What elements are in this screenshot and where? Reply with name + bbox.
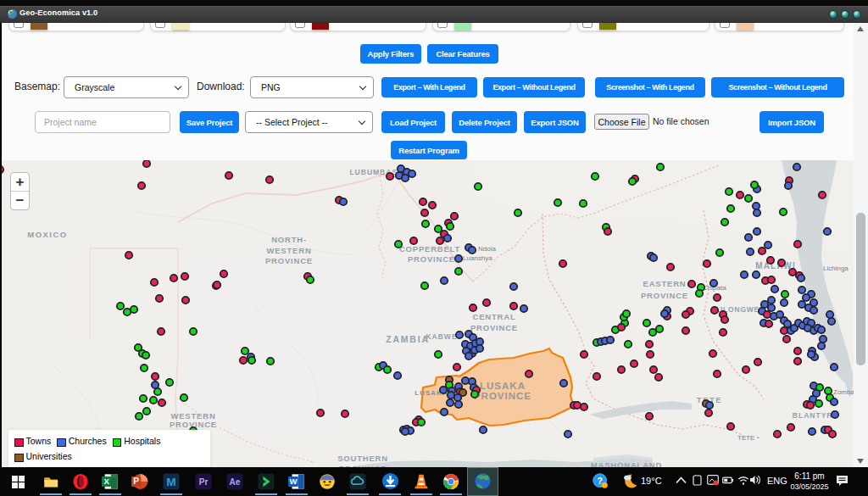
svg-text:PROVINCE: PROVINCE (474, 391, 531, 401)
svg-text:P: P (133, 476, 139, 486)
svg-text:COPPERBELT: COPPERBELT (399, 244, 460, 254)
svg-text:▪: ▪ (757, 435, 759, 440)
svg-text:ZAMBIA: ZAMBIA (386, 334, 430, 344)
svg-text:TETE: TETE (737, 434, 754, 442)
svg-text:?: ? (597, 476, 602, 486)
svg-text:MASHONALAND: MASHONALAND (591, 460, 662, 467)
svg-text:PROVINCE: PROVINCE (408, 254, 455, 264)
svg-text:WESTERN: WESTERN (266, 246, 311, 255)
svg-text:PROVINCE: PROVINCE (265, 256, 313, 265)
svg-text:LUSAKA: LUSAKA (480, 381, 526, 391)
svg-text:X: X (103, 476, 109, 486)
svg-text:CENTRAL: CENTRAL (473, 312, 516, 321)
svg-text:Ndola: Ndola (478, 245, 496, 253)
svg-text:NORTH-: NORTH- (271, 235, 307, 244)
svg-text:Zomba: Zomba (833, 388, 854, 396)
svg-text:KABWE: KABWE (426, 332, 457, 341)
svg-text:PROVINCE: PROVINCE (470, 323, 518, 332)
svg-text:Lichinga: Lichinga (823, 265, 849, 272)
svg-text:Luanshya: Luanshya (463, 254, 492, 262)
svg-text:Pr: Pr (199, 477, 209, 487)
svg-text:EASTERN: EASTERN (643, 279, 687, 288)
svg-text:MOXICO: MOXICO (27, 230, 68, 239)
svg-text:M: M (166, 476, 175, 488)
svg-text:Ae: Ae (230, 477, 241, 487)
svg-text:PROVINCE: PROVINCE (641, 291, 688, 300)
svg-text:SOUTHERN: SOUTHERN (337, 454, 388, 463)
svg-text:W: W (289, 476, 297, 486)
